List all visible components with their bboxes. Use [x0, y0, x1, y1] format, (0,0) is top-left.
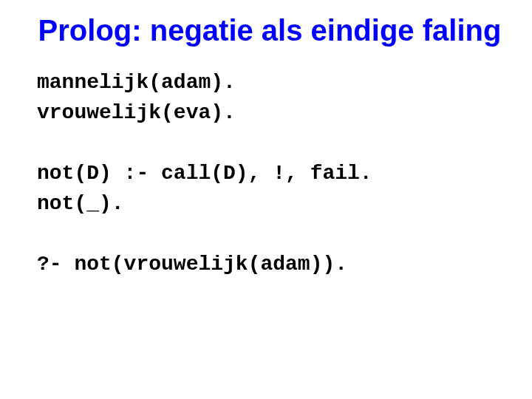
- slide: Prolog: negatie als eindige faling manne…: [0, 0, 532, 399]
- code-block-rules: not(D) :- call(D), !, fail. not(_).: [37, 159, 502, 219]
- code-block-query: ?- not(vrouwelijk(adam)).: [37, 250, 502, 280]
- code-block-facts: mannelijk(adam). vrouwelijk(eva).: [37, 68, 502, 128]
- slide-title: Prolog: negatie als eindige faling: [37, 13, 502, 47]
